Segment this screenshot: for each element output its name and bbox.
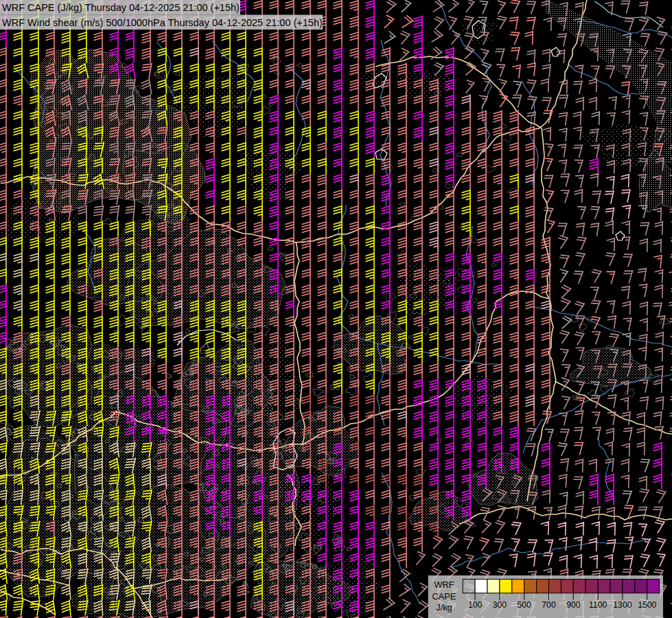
svg-text:300: 300 [493, 600, 507, 610]
svg-text:900: 900 [566, 600, 581, 610]
svg-text:J/kg: J/kg [436, 602, 452, 613]
svg-text:1500: 1500 [638, 600, 656, 610]
svg-text:WRF: WRF [434, 580, 454, 590]
svg-text:1300: 1300 [613, 600, 632, 610]
svg-text:500: 500 [518, 600, 532, 610]
svg-text:WRF CAPE (J/kg) Thursday 04-12: WRF CAPE (J/kg) Thursday 04-12-2025 21:0… [2, 2, 240, 13]
svg-text:700: 700 [542, 600, 556, 610]
svg-text:WRF Wind shear (m/s) 500/1000h: WRF Wind shear (m/s) 500/1000hPa Thursda… [2, 17, 323, 28]
svg-text:CAPE: CAPE [432, 591, 456, 602]
svg-text:1100: 1100 [589, 600, 607, 610]
svg-text:100: 100 [468, 600, 483, 610]
